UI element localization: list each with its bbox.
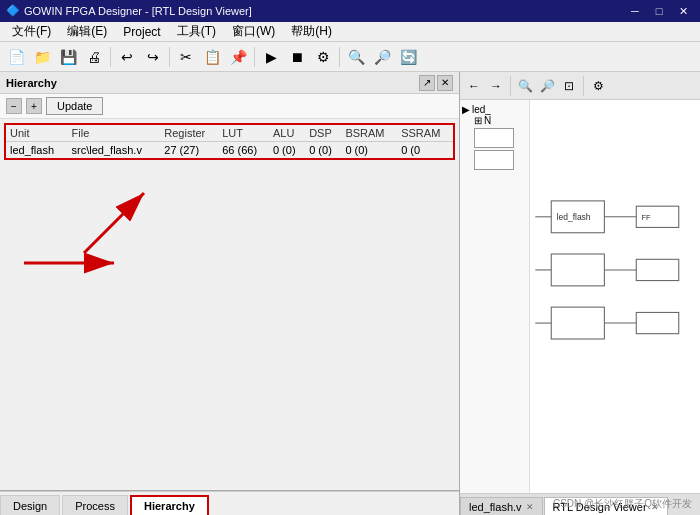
cell-file: src\led_flash.v [68, 142, 161, 159]
panel-float-button[interactable]: ↗ [419, 75, 435, 91]
rtl-view: ▶ led_ ⊞ N led_f [460, 100, 700, 493]
main-container: Hierarchy ↗ ✕ − + Update Unit [0, 72, 700, 515]
print-button[interactable]: 🖨 [82, 45, 106, 69]
new-button[interactable]: 📄 [4, 45, 28, 69]
titlebar: 🔷 GOWIN FPGA Designer - [RTL Design View… [0, 0, 700, 22]
hierarchy-header: Hierarchy ↗ ✕ [0, 72, 459, 94]
left-panel: Hierarchy ↗ ✕ − + Update Unit [0, 72, 460, 515]
col-file: File [68, 125, 161, 142]
update-button[interactable]: Update [46, 97, 103, 115]
svg-rect-14 [636, 312, 679, 333]
col-dsp: DSP [305, 125, 341, 142]
run-button[interactable]: ▶ [259, 45, 283, 69]
schematic-area: led_flash FF [530, 100, 700, 493]
sep-rtl2 [583, 76, 584, 96]
close-button[interactable]: ✕ [672, 2, 694, 20]
hierarchy-title: Hierarchy [6, 77, 57, 89]
sep1 [110, 47, 111, 67]
svg-rect-9 [551, 254, 604, 286]
tree-node-1[interactable]: ▶ led_ [462, 104, 527, 115]
rtl-schematic-svg: led_flash FF [530, 100, 700, 493]
col-unit: Unit [6, 125, 68, 142]
tree-node-2[interactable]: ⊞ N [474, 115, 527, 126]
cell-bsram: 0 (0) [341, 142, 397, 159]
settings-rtl[interactable]: ⚙ [588, 76, 608, 96]
fit-button[interactable]: ⊡ [559, 76, 579, 96]
hierarchy-toolbar: − + Update [0, 94, 459, 119]
watermark: CSDN @长沙红胖子Q软件开发 [553, 497, 692, 511]
zoom-out-button[interactable]: 🔎 [370, 45, 394, 69]
zoom-in-button[interactable]: 🔍 [344, 45, 368, 69]
panel-controls: ↗ ✕ [419, 75, 453, 91]
cell-unit: led_flash [6, 142, 68, 159]
stop-button[interactable]: ⏹ [285, 45, 309, 69]
zoom-out-rtl[interactable]: 🔎 [537, 76, 557, 96]
sep2 [169, 47, 170, 67]
menu-window[interactable]: 窗口(W) [224, 21, 283, 42]
refresh-button[interactable]: 🔄 [396, 45, 420, 69]
app-icon: 🔷 [6, 4, 20, 18]
cell-ssram: 0 (0 [397, 142, 453, 159]
node-label-1: led_ [472, 104, 491, 115]
copy-button[interactable]: 📋 [200, 45, 224, 69]
node-label-2: N [484, 115, 491, 126]
save-button[interactable]: 💾 [56, 45, 80, 69]
col-ssram: SSRAM [397, 125, 453, 142]
svg-text:led_flash: led_flash [557, 212, 591, 222]
file-tab-led-close[interactable]: ✕ [526, 502, 534, 512]
sep-rtl [510, 76, 511, 96]
table-red-box: Unit File Register LUT ALU DSP BSRAM SSR… [4, 123, 455, 160]
menu-file[interactable]: 文件(F) [4, 21, 59, 42]
maximize-button[interactable]: □ [648, 2, 670, 20]
col-lut: LUT [218, 125, 269, 142]
settings-btn[interactable]: ⚙ [311, 45, 335, 69]
arrows-area [4, 173, 455, 293]
cell-register: 27 (27) [160, 142, 218, 159]
undo-button[interactable]: ↩ [115, 45, 139, 69]
arrow-svg-2 [14, 233, 134, 293]
hierarchy-panel: Hierarchy ↗ ✕ − + Update Unit [0, 72, 459, 491]
cell-alu: 0 (0) [269, 142, 305, 159]
right-panel: ← → 🔍 🔎 ⊡ ⚙ ▶ led_ ⊞ N [460, 72, 700, 515]
minimize-button[interactable]: ─ [624, 2, 646, 20]
tree-component-box [474, 128, 514, 148]
panel-close-button[interactable]: ✕ [437, 75, 453, 91]
left-tab-bar: Design Process Hierarchy [0, 491, 459, 515]
hierarchy-plus-button[interactable]: + [26, 98, 42, 114]
menu-tools[interactable]: 工具(T) [169, 21, 224, 42]
tab-design[interactable]: Design [0, 495, 60, 515]
tab-process[interactable]: Process [62, 495, 128, 515]
svg-rect-11 [636, 259, 679, 280]
open-button[interactable]: 📁 [30, 45, 54, 69]
back-button[interactable]: ← [464, 76, 484, 96]
menu-project[interactable]: Project [115, 23, 168, 41]
hierarchy-minus-button[interactable]: − [6, 98, 22, 114]
hierarchy-table-container: Unit File Register LUT ALU DSP BSRAM SSR… [0, 119, 459, 490]
expand-icon: ▶ [462, 104, 470, 115]
table-row[interactable]: led_flash src\led_flash.v 27 (27) 66 (66… [6, 142, 453, 159]
tab-design-label: Design [13, 500, 47, 512]
tab-process-label: Process [75, 500, 115, 512]
col-alu: ALU [269, 125, 305, 142]
redo-button[interactable]: ↪ [141, 45, 165, 69]
menu-edit[interactable]: 编辑(E) [59, 21, 115, 42]
tree-node-3[interactable] [474, 128, 527, 148]
rtl-toolbar: ← → 🔍 🔎 ⊡ ⚙ [460, 72, 700, 100]
cut-button[interactable]: ✂ [174, 45, 198, 69]
forward-button[interactable]: → [486, 76, 506, 96]
svg-rect-12 [551, 307, 604, 339]
tab-hierarchy[interactable]: Hierarchy [130, 495, 209, 515]
toolbar: 📄 📁 💾 🖨 ↩ ↪ ✂ 📋 📌 ▶ ⏹ ⚙ 🔍 🔎 🔄 [0, 42, 700, 72]
window-controls: ─ □ ✕ [624, 2, 694, 20]
menu-help[interactable]: 帮助(H) [283, 21, 340, 42]
node-icon-n: ⊞ [474, 115, 482, 126]
tree-node-4[interactable] [474, 150, 527, 170]
svg-text:FF: FF [642, 213, 652, 222]
paste-button[interactable]: 📌 [226, 45, 250, 69]
zoom-in-rtl[interactable]: 🔍 [515, 76, 535, 96]
window-title: GOWIN FPGA Designer - [RTL Design Viewer… [24, 5, 624, 17]
file-tab-led-label: led_flash.v [469, 501, 522, 513]
file-tab-led[interactable]: led_flash.v ✕ [460, 497, 543, 515]
tab-hierarchy-label: Hierarchy [144, 500, 195, 512]
hierarchy-table: Unit File Register LUT ALU DSP BSRAM SSR… [6, 125, 453, 158]
